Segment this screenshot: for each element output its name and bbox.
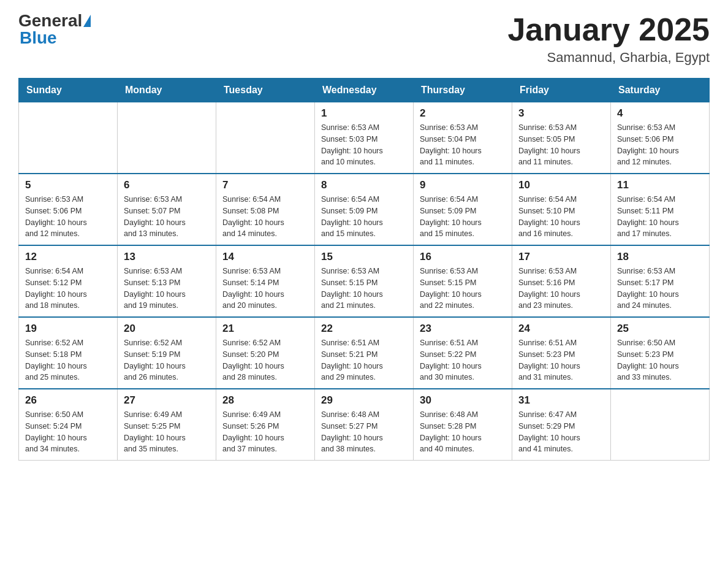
day-number: 25	[617, 323, 703, 335]
day-number: 8	[321, 179, 407, 191]
calendar-cell: 5Sunrise: 6:53 AM Sunset: 5:06 PM Daylig…	[19, 174, 118, 245]
day-info: Sunrise: 6:52 AM Sunset: 5:20 PM Dayligh…	[222, 337, 308, 383]
page-header: General Blue January 2025 Samannud, Ghar…	[18, 12, 710, 66]
calendar-cell: 10Sunrise: 6:54 AM Sunset: 5:10 PM Dayli…	[512, 174, 611, 245]
calendar-cell: 24Sunrise: 6:51 AM Sunset: 5:23 PM Dayli…	[512, 317, 611, 389]
calendar-table: SundayMondayTuesdayWednesdayThursdayFrid…	[18, 78, 710, 461]
day-number: 7	[222, 179, 308, 191]
day-header-tuesday: Tuesday	[216, 79, 315, 102]
day-number: 10	[518, 179, 604, 191]
day-header-monday: Monday	[118, 79, 216, 102]
calendar-cell: 23Sunrise: 6:51 AM Sunset: 5:22 PM Dayli…	[414, 317, 512, 389]
calendar-cell	[611, 389, 710, 461]
day-number: 2	[420, 107, 506, 120]
calendar-cell	[216, 102, 315, 174]
day-info: Sunrise: 6:53 AM Sunset: 5:13 PM Dayligh…	[124, 266, 210, 312]
day-number: 9	[420, 179, 506, 191]
day-info: Sunrise: 6:53 AM Sunset: 5:15 PM Dayligh…	[420, 266, 506, 312]
day-info: Sunrise: 6:52 AM Sunset: 5:19 PM Dayligh…	[124, 337, 210, 383]
calendar-cell: 7Sunrise: 6:54 AM Sunset: 5:08 PM Daylig…	[216, 174, 315, 245]
day-info: Sunrise: 6:52 AM Sunset: 5:18 PM Dayligh…	[25, 337, 111, 383]
day-info: Sunrise: 6:53 AM Sunset: 5:17 PM Dayligh…	[617, 266, 703, 312]
day-info: Sunrise: 6:47 AM Sunset: 5:29 PM Dayligh…	[518, 409, 604, 455]
day-number: 29	[321, 394, 407, 407]
day-info: Sunrise: 6:53 AM Sunset: 5:15 PM Dayligh…	[321, 266, 407, 312]
day-info: Sunrise: 6:53 AM Sunset: 5:14 PM Dayligh…	[222, 266, 308, 312]
day-number: 4	[617, 107, 703, 120]
calendar-cell: 18Sunrise: 6:53 AM Sunset: 5:17 PM Dayli…	[611, 245, 710, 317]
calendar-cell: 15Sunrise: 6:53 AM Sunset: 5:15 PM Dayli…	[315, 245, 414, 317]
logo-triangle-icon	[83, 15, 91, 27]
day-number: 11	[617, 179, 703, 191]
location-text: Samannud, Gharbia, Egypt	[507, 50, 710, 66]
day-number: 26	[25, 394, 111, 407]
day-number: 17	[518, 251, 604, 263]
day-info: Sunrise: 6:51 AM Sunset: 5:23 PM Dayligh…	[518, 337, 604, 383]
calendar-cell: 1Sunrise: 6:53 AM Sunset: 5:03 PM Daylig…	[315, 102, 414, 174]
calendar-cell: 29Sunrise: 6:48 AM Sunset: 5:27 PM Dayli…	[315, 389, 414, 461]
calendar-week-row: 12Sunrise: 6:54 AM Sunset: 5:12 PM Dayli…	[19, 245, 710, 317]
day-number: 6	[124, 179, 210, 191]
title-section: January 2025 Samannud, Gharbia, Egypt	[507, 12, 710, 66]
day-number: 13	[124, 251, 210, 263]
day-info: Sunrise: 6:53 AM Sunset: 5:06 PM Dayligh…	[617, 122, 703, 168]
day-number: 22	[321, 323, 407, 335]
calendar-header-row: SundayMondayTuesdayWednesdayThursdayFrid…	[19, 79, 710, 102]
calendar-cell: 9Sunrise: 6:54 AM Sunset: 5:09 PM Daylig…	[414, 174, 512, 245]
calendar-cell: 8Sunrise: 6:54 AM Sunset: 5:09 PM Daylig…	[315, 174, 414, 245]
day-number: 31	[518, 394, 604, 407]
calendar-cell: 28Sunrise: 6:49 AM Sunset: 5:26 PM Dayli…	[216, 389, 315, 461]
day-number: 14	[222, 251, 308, 263]
calendar-cell: 3Sunrise: 6:53 AM Sunset: 5:05 PM Daylig…	[512, 102, 611, 174]
calendar-cell: 4Sunrise: 6:53 AM Sunset: 5:06 PM Daylig…	[611, 102, 710, 174]
day-header-sunday: Sunday	[19, 79, 118, 102]
calendar-week-row: 26Sunrise: 6:50 AM Sunset: 5:24 PM Dayli…	[19, 389, 710, 461]
day-header-wednesday: Wednesday	[315, 79, 414, 102]
calendar-cell: 2Sunrise: 6:53 AM Sunset: 5:04 PM Daylig…	[414, 102, 512, 174]
day-number: 5	[25, 179, 111, 191]
day-number: 1	[321, 107, 407, 120]
day-info: Sunrise: 6:49 AM Sunset: 5:25 PM Dayligh…	[124, 409, 210, 455]
calendar-cell: 16Sunrise: 6:53 AM Sunset: 5:15 PM Dayli…	[414, 245, 512, 317]
day-info: Sunrise: 6:53 AM Sunset: 5:16 PM Dayligh…	[518, 266, 604, 312]
calendar-cell: 26Sunrise: 6:50 AM Sunset: 5:24 PM Dayli…	[19, 389, 118, 461]
calendar-cell: 20Sunrise: 6:52 AM Sunset: 5:19 PM Dayli…	[118, 317, 216, 389]
day-info: Sunrise: 6:54 AM Sunset: 5:09 PM Dayligh…	[420, 194, 506, 240]
day-info: Sunrise: 6:53 AM Sunset: 5:06 PM Dayligh…	[25, 194, 111, 240]
day-info: Sunrise: 6:54 AM Sunset: 5:12 PM Dayligh…	[25, 266, 111, 312]
calendar-cell: 25Sunrise: 6:50 AM Sunset: 5:23 PM Dayli…	[611, 317, 710, 389]
calendar-cell: 12Sunrise: 6:54 AM Sunset: 5:12 PM Dayli…	[19, 245, 118, 317]
calendar-week-row: 1Sunrise: 6:53 AM Sunset: 5:03 PM Daylig…	[19, 102, 710, 174]
calendar-week-row: 5Sunrise: 6:53 AM Sunset: 5:06 PM Daylig…	[19, 174, 710, 245]
day-number: 27	[124, 394, 210, 407]
day-header-thursday: Thursday	[414, 79, 512, 102]
day-header-friday: Friday	[512, 79, 611, 102]
day-info: Sunrise: 6:54 AM Sunset: 5:10 PM Dayligh…	[518, 194, 604, 240]
day-info: Sunrise: 6:54 AM Sunset: 5:11 PM Dayligh…	[617, 194, 703, 240]
day-number: 12	[25, 251, 111, 263]
day-info: Sunrise: 6:49 AM Sunset: 5:26 PM Dayligh…	[222, 409, 308, 455]
calendar-cell: 17Sunrise: 6:53 AM Sunset: 5:16 PM Dayli…	[512, 245, 611, 317]
day-info: Sunrise: 6:48 AM Sunset: 5:28 PM Dayligh…	[420, 409, 506, 455]
calendar-cell: 31Sunrise: 6:47 AM Sunset: 5:29 PM Dayli…	[512, 389, 611, 461]
calendar-cell: 30Sunrise: 6:48 AM Sunset: 5:28 PM Dayli…	[414, 389, 512, 461]
day-info: Sunrise: 6:54 AM Sunset: 5:08 PM Dayligh…	[222, 194, 308, 240]
calendar-cell	[19, 102, 118, 174]
calendar-cell: 27Sunrise: 6:49 AM Sunset: 5:25 PM Dayli…	[118, 389, 216, 461]
calendar-cell	[118, 102, 216, 174]
day-number: 15	[321, 251, 407, 263]
day-info: Sunrise: 6:54 AM Sunset: 5:09 PM Dayligh…	[321, 194, 407, 240]
month-title: January 2025	[507, 12, 710, 47]
day-number: 28	[222, 394, 308, 407]
day-number: 23	[420, 323, 506, 335]
calendar-week-row: 19Sunrise: 6:52 AM Sunset: 5:18 PM Dayli…	[19, 317, 710, 389]
calendar-cell: 11Sunrise: 6:54 AM Sunset: 5:11 PM Dayli…	[611, 174, 710, 245]
day-info: Sunrise: 6:53 AM Sunset: 5:04 PM Dayligh…	[420, 122, 506, 168]
day-info: Sunrise: 6:51 AM Sunset: 5:21 PM Dayligh…	[321, 337, 407, 383]
logo-general-text: General	[18, 12, 82, 29]
day-number: 3	[518, 107, 604, 120]
calendar-cell: 21Sunrise: 6:52 AM Sunset: 5:20 PM Dayli…	[216, 317, 315, 389]
day-number: 19	[25, 323, 111, 335]
day-number: 16	[420, 251, 506, 263]
day-info: Sunrise: 6:53 AM Sunset: 5:03 PM Dayligh…	[321, 122, 407, 168]
